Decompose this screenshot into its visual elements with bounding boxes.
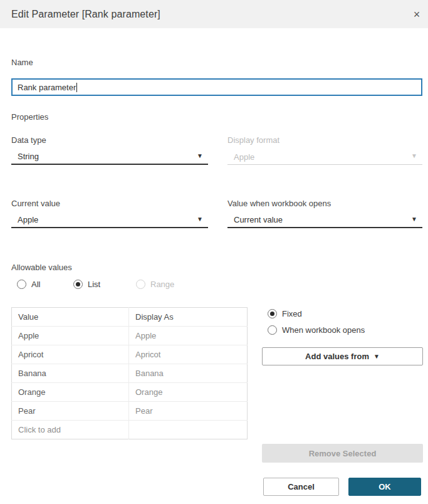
edit-parameter-dialog: Edit Parameter [Rank parameter] × Name R… bbox=[0, 0, 428, 504]
dialog-titlebar: Edit Parameter [Rank parameter] × bbox=[0, 0, 428, 28]
text-cursor bbox=[76, 83, 77, 92]
table-row[interactable]: Apricot Apricot bbox=[12, 345, 248, 364]
radio-when-workbook-opens-label: When workbook opens bbox=[282, 325, 365, 335]
radio-all-label: All bbox=[31, 280, 40, 289]
radio-list-label: List bbox=[88, 280, 100, 289]
value-cell[interactable]: Orange bbox=[12, 383, 129, 402]
current-value-value: Apple bbox=[18, 215, 38, 224]
radio-when-workbook-opens[interactable]: When workbook opens bbox=[268, 325, 365, 335]
radio-circle-icon bbox=[17, 280, 26, 289]
value-when-workbook-opens-value: Current value bbox=[234, 215, 283, 224]
current-value-label: Current value bbox=[11, 199, 60, 208]
table-header-row: Value Display As bbox=[12, 308, 248, 327]
name-input-value: Rank parameter bbox=[18, 83, 76, 92]
radio-circle-icon bbox=[268, 325, 277, 335]
remove-selected-button: Remove Selected bbox=[262, 444, 423, 463]
data-type-value: String bbox=[18, 152, 39, 161]
value-cell[interactable]: Banana bbox=[12, 364, 129, 383]
chevron-down-icon: ▼ bbox=[411, 152, 417, 159]
display-as-cell[interactable]: Banana bbox=[129, 364, 248, 383]
display-as-cell[interactable]: Apricot bbox=[129, 345, 248, 364]
allowable-values-table: Value Display As Apple Apple Apricot Apr… bbox=[11, 307, 248, 439]
add-values-from-label: Add values from bbox=[305, 352, 369, 361]
value-cell[interactable]: Apple bbox=[12, 327, 129, 345]
table-row[interactable]: Banana Banana bbox=[12, 364, 248, 383]
name-input[interactable]: Rank parameter bbox=[11, 78, 422, 96]
dialog-title: Edit Parameter [Rank parameter] bbox=[11, 9, 160, 20]
value-when-workbook-opens-dropdown[interactable]: Current value ▼ bbox=[227, 213, 422, 228]
chevron-down-icon: ▼ bbox=[373, 353, 380, 360]
data-type-dropdown[interactable]: String ▼ bbox=[11, 149, 208, 165]
remove-selected-label: Remove Selected bbox=[309, 449, 377, 458]
cancel-label: Cancel bbox=[288, 482, 315, 491]
column-header-display-as: Display As bbox=[129, 308, 248, 327]
close-icon[interactable]: × bbox=[409, 7, 424, 22]
data-type-label: Data type bbox=[11, 135, 46, 145]
table-row[interactable]: Orange Orange bbox=[12, 383, 248, 402]
radio-circle-checked-icon bbox=[73, 280, 83, 289]
display-format-label: Display format bbox=[227, 135, 279, 145]
name-label: Name bbox=[11, 58, 33, 67]
ok-label: OK bbox=[378, 482, 391, 491]
display-as-cell[interactable]: Apple bbox=[129, 327, 248, 345]
value-when-workbook-opens-label: Value when workbook opens bbox=[227, 199, 331, 208]
add-values-from-button[interactable]: Add values from ▼ bbox=[262, 347, 423, 365]
radio-range-label: Range bbox=[150, 280, 174, 289]
radio-list[interactable]: List bbox=[73, 280, 100, 289]
empty-cell bbox=[129, 421, 248, 439]
radio-all[interactable]: All bbox=[17, 280, 40, 289]
radio-fixed-label: Fixed bbox=[282, 309, 302, 318]
column-header-value: Value bbox=[12, 308, 129, 327]
allowable-values-label: Allowable values bbox=[11, 263, 72, 272]
properties-heading: Properties bbox=[11, 112, 48, 122]
radio-circle-checked-icon bbox=[268, 309, 277, 318]
radio-range: Range bbox=[136, 280, 174, 289]
current-value-dropdown[interactable]: Apple ▼ bbox=[11, 213, 208, 228]
chevron-down-icon: ▼ bbox=[197, 216, 203, 223]
display-format-dropdown: Apple ▼ bbox=[227, 149, 422, 165]
ok-button[interactable]: OK bbox=[348, 478, 421, 496]
table-row[interactable]: Apple Apple bbox=[12, 327, 248, 345]
radio-circle-icon bbox=[136, 280, 145, 289]
chevron-down-icon: ▼ bbox=[197, 152, 203, 159]
display-as-cell[interactable]: Orange bbox=[129, 383, 248, 402]
click-to-add-cell[interactable]: Click to add bbox=[12, 421, 129, 439]
chevron-down-icon: ▼ bbox=[411, 216, 417, 223]
value-cell[interactable]: Apricot bbox=[12, 345, 129, 364]
radio-fixed[interactable]: Fixed bbox=[268, 309, 302, 318]
display-as-cell[interactable]: Pear bbox=[129, 402, 248, 421]
value-cell[interactable]: Pear bbox=[12, 402, 129, 421]
cancel-button[interactable]: Cancel bbox=[263, 478, 339, 496]
table-add-row[interactable]: Click to add bbox=[12, 421, 248, 439]
display-format-value: Apple bbox=[234, 152, 254, 162]
table-row[interactable]: Pear Pear bbox=[12, 402, 248, 421]
